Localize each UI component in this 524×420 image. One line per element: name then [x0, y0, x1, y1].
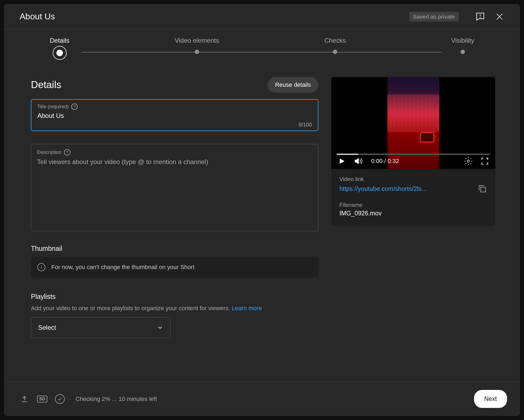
svg-marker-6 [340, 158, 345, 164]
svg-rect-5 [41, 267, 42, 269]
video-link-label: Video link [339, 176, 487, 182]
dialog-body[interactable]: Details Reuse details Title (required) ?… [4, 70, 520, 382]
title-char-count: 8/100 [37, 122, 312, 128]
filename-label: Filename [339, 202, 487, 208]
fullscreen-icon[interactable] [481, 157, 489, 165]
reuse-details-button[interactable]: Reuse details [268, 77, 318, 93]
step-dot [56, 50, 63, 56]
dialog-header: About Us Saved as private [4, 4, 520, 29]
svg-point-1 [480, 17, 480, 18]
gear-icon[interactable] [464, 157, 473, 165]
filename-value: IMG_0926.mov [339, 210, 487, 217]
play-icon[interactable] [338, 157, 346, 165]
title-label: Title (required) ? [37, 103, 312, 110]
thumbnail-info-banner: For now, you can't change the thumbnail … [31, 257, 318, 278]
help-icon[interactable]: ? [64, 149, 70, 155]
video-preview[interactable]: 0:00 / 0:32 [331, 77, 495, 169]
video-preview-panel: 0:00 / 0:32 Video link https [331, 77, 495, 382]
title-input[interactable] [37, 112, 312, 120]
details-heading: Details [31, 79, 268, 90]
upload-status-text: Checking 2% ... 10 minutes left [76, 396, 466, 403]
dialog-footer: SD Checking 2% ... 10 minutes left Next [4, 382, 520, 416]
step-dot [195, 50, 199, 54]
chevron-down-icon [157, 324, 163, 331]
check-status-icon [55, 394, 65, 404]
video-card: 0:00 / 0:32 Video link https [331, 77, 495, 226]
thumbnail-heading: Thumbnail [31, 245, 318, 252]
step-video-elements[interactable]: Video elements [175, 37, 219, 56]
playlists-heading: Playlists [31, 293, 318, 300]
description-input[interactable] [37, 158, 312, 218]
learn-more-link[interactable]: Learn more [232, 305, 262, 312]
next-button[interactable]: Next [474, 390, 507, 408]
close-icon[interactable] [495, 12, 504, 21]
svg-rect-9 [481, 187, 486, 192]
description-label: Description ? [37, 149, 312, 155]
volume-icon[interactable] [354, 157, 363, 166]
stepper: Details Video elements Checks Visibility [4, 29, 520, 70]
video-meta: Video link https://youtube.com/shorts/2l… [331, 169, 495, 226]
playlists-description: Add your video to one or more playlists … [31, 305, 318, 312]
stepper-line [82, 52, 442, 53]
upload-icon[interactable] [20, 394, 29, 404]
description-field[interactable]: Description ? [31, 144, 318, 231]
svg-point-8 [467, 160, 469, 162]
video-time: 0:00 / 0:32 [371, 158, 456, 165]
video-controls: 0:00 / 0:32 [331, 153, 495, 169]
step-dot [333, 50, 337, 54]
saved-status-badge: Saved as private [409, 12, 459, 21]
dialog-title: About Us [20, 12, 409, 21]
playlists-select[interactable]: Select [31, 317, 171, 338]
title-field[interactable]: Title (required) ? 8/100 [31, 99, 318, 131]
svg-marker-7 [355, 158, 358, 164]
details-form: Details Reuse details Title (required) ?… [31, 77, 318, 382]
step-checks[interactable]: Checks [324, 37, 346, 56]
video-link-url[interactable]: https://youtube.com/shorts/2ls… [339, 185, 472, 193]
step-visibility[interactable]: Visibility [451, 37, 474, 56]
sd-badge: SD [37, 394, 47, 404]
copy-icon[interactable] [478, 184, 487, 194]
step-dot [461, 50, 465, 54]
feedback-icon[interactable] [475, 12, 485, 21]
upload-dialog: About Us Saved as private Details Video … [4, 4, 520, 416]
info-icon [37, 263, 45, 271]
details-header: Details Reuse details [31, 77, 318, 93]
svg-point-4 [41, 266, 42, 267]
step-details[interactable]: Details [50, 37, 69, 56]
help-icon[interactable]: ? [71, 103, 78, 110]
